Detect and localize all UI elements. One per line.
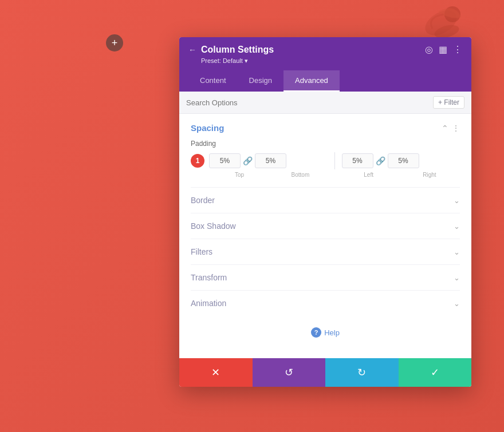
top-label: Top — [209, 172, 270, 178]
left-label: Left — [338, 172, 399, 178]
transform-title: Transform — [191, 273, 227, 282]
target-icon[interactable]: ◎ — [425, 44, 433, 55]
padding-label: Padding — [191, 140, 460, 148]
top-input-group: 🔗 — [209, 153, 328, 168]
add-element-button[interactable]: + — [106, 34, 123, 51]
tab-advanced[interactable]: Advanced — [284, 70, 340, 92]
title-left: ← Column Settings — [188, 45, 274, 55]
vertical-divider — [334, 152, 335, 169]
filter-label: + Filter — [438, 98, 459, 106]
step-badge: 1 — [191, 154, 204, 168]
link-top-bottom-icon[interactable]: 🔗 — [243, 156, 253, 165]
panel-footer: ✕ ↺ ↻ ✓ — [179, 358, 471, 387]
save-icon: ✓ — [431, 366, 439, 379]
padding-labels-row: Top Bottom Left Right — [191, 172, 460, 178]
left-right-input-group: 🔗 — [342, 153, 460, 168]
spacing-title: Spacing — [191, 123, 224, 133]
bottom-label: Bottom — [270, 172, 330, 178]
filters-title: Filters — [191, 247, 212, 256]
cancel-button[interactable]: ✕ — [179, 358, 253, 387]
border-title: Border — [191, 196, 215, 205]
save-button[interactable]: ✓ — [399, 358, 472, 387]
plus-icon: + — [112, 37, 118, 49]
box-shadow-title: Box Shadow — [191, 221, 236, 231]
header-icons: ◎ ▦ ⋮ — [425, 44, 462, 55]
padding-bottom-input[interactable] — [255, 153, 286, 168]
transform-chevron: ⌄ — [454, 274, 460, 282]
tabs: Content Design Advanced — [188, 70, 462, 92]
panel-header: ← Column Settings ◎ ▦ ⋮ Preset: Default … — [179, 37, 471, 92]
redo-button[interactable]: ↻ — [325, 358, 399, 387]
animation-section[interactable]: Animation ⌄ — [191, 290, 460, 316]
filter-button[interactable]: + Filter — [433, 96, 464, 109]
border-section[interactable]: Border ⌄ — [191, 187, 460, 213]
undo-button[interactable]: ↺ — [253, 358, 326, 387]
box-shadow-chevron: ⌄ — [454, 222, 460, 231]
link-left-right-icon[interactable]: 🔗 — [376, 156, 385, 165]
help-button[interactable]: ? Help — [311, 327, 340, 338]
redo-icon: ↻ — [357, 366, 366, 379]
spacer — [331, 172, 338, 178]
columns-icon[interactable]: ▦ — [439, 44, 447, 55]
animation-title: Animation — [191, 299, 226, 308]
box-shadow-section[interactable]: Box Shadow ⌄ — [191, 213, 460, 239]
help-row: ? Help — [191, 316, 460, 343]
tab-content[interactable]: Content — [188, 70, 238, 92]
border-chevron: ⌄ — [454, 196, 460, 205]
panel-title: Column Settings — [201, 45, 274, 55]
padding-right-input[interactable] — [388, 153, 419, 168]
title-row: ← Column Settings ◎ ▦ ⋮ — [188, 44, 462, 55]
filters-chevron: ⌄ — [454, 248, 460, 256]
padding-top-input[interactable] — [209, 153, 241, 168]
section-controls: ⌃ ⋮ — [442, 124, 460, 133]
animation-chevron: ⌄ — [454, 299, 460, 308]
search-input[interactable] — [186, 98, 433, 107]
help-icon: ? — [311, 327, 321, 338]
help-label: Help — [324, 328, 340, 337]
preset-label[interactable]: Preset: Default ▾ — [188, 57, 462, 65]
back-icon[interactable]: ← — [188, 45, 196, 54]
cancel-icon: ✕ — [211, 366, 220, 379]
more-icon[interactable]: ⋮ — [453, 44, 462, 55]
tab-design[interactable]: Design — [238, 70, 284, 92]
column-settings-panel: ← Column Settings ◎ ▦ ⋮ Preset: Default … — [179, 37, 471, 387]
padding-inputs-row: 1 🔗 🔗 — [191, 152, 460, 169]
search-bar: + Filter — [179, 92, 471, 114]
transform-section[interactable]: Transform ⌄ — [191, 264, 460, 290]
right-label: Right — [399, 172, 460, 178]
filters-section[interactable]: Filters ⌄ — [191, 239, 460, 264]
padding-left-input[interactable] — [342, 153, 373, 168]
undo-icon: ↺ — [285, 366, 293, 379]
spacing-section-header: Spacing ⌃ ⋮ — [191, 123, 460, 133]
more-options-icon[interactable]: ⋮ — [452, 124, 460, 133]
collapse-icon[interactable]: ⌃ — [442, 124, 448, 133]
panel-body: Spacing ⌃ ⋮ Padding 1 🔗 🔗 — [179, 114, 471, 352]
